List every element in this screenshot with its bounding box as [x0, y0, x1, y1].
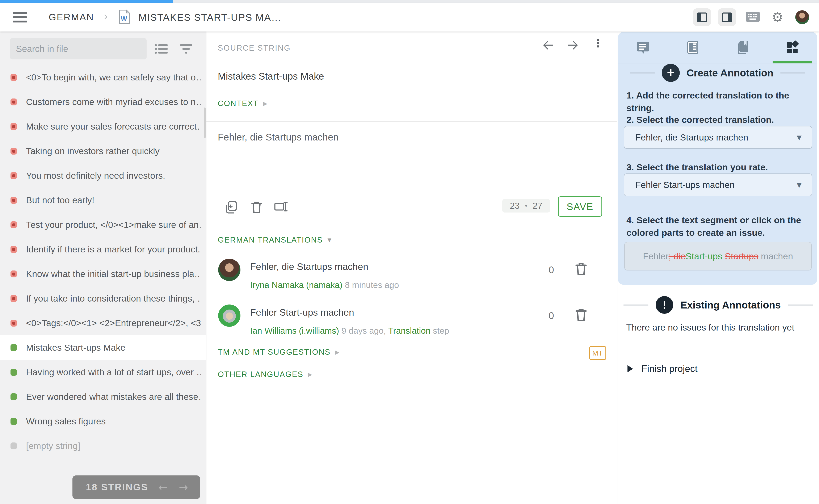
- diff-preview-box[interactable]: Fehler; dieStart-ups Startups machen: [624, 242, 812, 270]
- tab-annotations[interactable]: [767, 32, 817, 63]
- string-list-item[interactable]: Customers come with myriad excuses to n…: [0, 90, 206, 114]
- char-count-separator: •: [524, 202, 528, 210]
- tab-comments[interactable]: [618, 32, 668, 63]
- translation-time: 8 minutes ago: [343, 280, 399, 290]
- annotation-step-4-line1: 4. Select the text segment or click on t…: [626, 214, 811, 226]
- sidebar-scrollbar[interactable]: [204, 108, 206, 138]
- translator-name-link[interactable]: Ian Williams (i.williams): [250, 326, 339, 336]
- right-panel-icon: [722, 12, 732, 22]
- string-list-item[interactable]: Test your product, </0><1>make sure of a…: [0, 213, 206, 237]
- translation-rating: 0: [549, 310, 554, 321]
- delete-translation-button[interactable]: [575, 308, 587, 323]
- word-document-icon: W: [118, 9, 130, 25]
- create-annotation-title: Create Annotation: [686, 67, 773, 79]
- string-list-item[interactable]: Know what the initial start-up business …: [0, 262, 206, 286]
- menu-icon[interactable]: [13, 10, 27, 25]
- previous-string-button[interactable]: [542, 39, 555, 53]
- finish-project-toggle[interactable]: Finish project: [627, 363, 698, 374]
- clear-translation-icon[interactable]: [251, 201, 262, 215]
- context-section-toggle[interactable]: CONTEXT ▶: [218, 99, 267, 108]
- translation-time: 9 days ago,: [339, 326, 388, 336]
- diff-segment-removed[interactable]: Startups: [725, 251, 758, 261]
- string-list-item[interactable]: If you take into consideration these thi…: [0, 286, 206, 311]
- select-text-icon[interactable]: [274, 201, 288, 213]
- other-languages-section-toggle[interactable]: OTHER LANGUAGES ▶: [218, 370, 312, 379]
- prev-page-icon[interactable]: ←: [158, 482, 168, 493]
- string-list-item[interactable]: Mistakes Start-ups Make: [0, 335, 206, 360]
- delete-translation-button[interactable]: [575, 262, 587, 277]
- string-status-icon: [11, 221, 17, 228]
- corrected-translation-select[interactable]: Fehler, die Startups machen ▼: [624, 126, 812, 149]
- string-text: Ever wondered what mistakes are all thes…: [26, 392, 201, 402]
- string-list-item[interactable]: But not too early!: [0, 188, 206, 213]
- string-list-item[interactable]: Wrong sales figures: [0, 409, 206, 434]
- filter-icon[interactable]: [180, 43, 192, 55]
- rated-translation-value: Fehler Start-ups machen: [635, 180, 735, 190]
- string-status-icon: [11, 123, 17, 130]
- divider: [206, 222, 617, 222]
- breadcrumb-project[interactable]: GERMAN: [49, 12, 94, 23]
- string-text: Identify if there is a market for your p…: [26, 244, 200, 255]
- source-string-label: SOURCE STRING: [218, 44, 291, 53]
- string-status-icon: [11, 197, 17, 204]
- string-list-item[interactable]: Having worked with a lot of start ups, o…: [0, 360, 206, 385]
- exclamation-circle-icon: !: [656, 296, 673, 314]
- strings-pager: 18 STRINGS ← →: [72, 475, 200, 499]
- other-languages-header-label: OTHER LANGUAGES: [218, 370, 303, 379]
- source-text: Mistakes Start-ups Make: [218, 71, 324, 82]
- string-text: Mistakes Start-ups Make: [26, 343, 125, 353]
- more-options-icon[interactable]: ⋮: [592, 37, 603, 50]
- string-text: Customers come with myriad excuses to n…: [26, 97, 201, 107]
- workflow-step-link[interactable]: Translation: [388, 326, 431, 336]
- rated-translation-select[interactable]: Fehler Start-ups machen ▼: [624, 173, 812, 196]
- divider: [623, 305, 648, 306]
- string-list-item[interactable]: Taking on investors rather quickly: [0, 139, 206, 163]
- settings-gear-icon[interactable]: ⚙: [772, 11, 784, 24]
- collapsed-arrow-icon: [627, 365, 633, 372]
- svg-text:W: W: [121, 15, 127, 22]
- user-avatar[interactable]: [795, 10, 809, 24]
- active-tab-indicator: [773, 61, 812, 63]
- string-text: Having worked with a lot of start ups, o…: [26, 367, 201, 377]
- workspace: Search in file <0>To begin with, we can …: [0, 31, 819, 504]
- toggle-left-panel-button[interactable]: [693, 8, 711, 26]
- string-status-icon: [11, 172, 17, 179]
- string-list-item[interactable]: <0>Tags:</0><1> <2>Entrepreneur</2>, <3…: [0, 311, 206, 335]
- divider: [780, 72, 805, 73]
- tab-string-info[interactable]: [668, 32, 718, 63]
- search-input[interactable]: Search in file: [10, 38, 147, 59]
- copy-source-button[interactable]: [224, 201, 237, 215]
- translation-rating: 0: [549, 264, 554, 276]
- string-list-item[interactable]: Ever wondered what mistakes are all thes…: [0, 385, 206, 409]
- collapsed-arrow-icon: ▶: [335, 349, 339, 355]
- translation-entry-text: Fehler, die Startups machen: [250, 261, 368, 272]
- translation-entry: Fehler Start-ups machen Ian Williams (i.…: [206, 305, 617, 350]
- translator-name-link[interactable]: Iryna Namaka (namaka): [250, 280, 343, 290]
- topbar-actions: ⚙: [693, 8, 809, 26]
- diff-segment-removed[interactable]: ; die: [669, 251, 686, 261]
- string-list-item[interactable]: [empty string]: [0, 434, 206, 458]
- tab-glossary[interactable]: [718, 32, 767, 63]
- file-progress-track: [0, 0, 819, 3]
- string-list-item[interactable]: <0>To begin with, we can safely say that…: [0, 65, 206, 90]
- string-status-icon: [11, 344, 17, 351]
- string-list-item[interactable]: You most definitely need investors.: [0, 163, 206, 188]
- collapsed-arrow-icon: ▶: [308, 371, 312, 378]
- divider: [788, 305, 813, 306]
- list-view-icon[interactable]: [155, 43, 168, 55]
- string-list-item[interactable]: Identify if there is a market for your p…: [0, 237, 206, 262]
- keyboard-shortcuts-button[interactable]: [746, 12, 760, 23]
- next-string-button[interactable]: [566, 39, 579, 53]
- diff-segment-added[interactable]: Start-ups: [686, 251, 725, 261]
- tm-mt-section-toggle[interactable]: TM AND MT SUGGESTIONS ▶: [218, 348, 339, 357]
- annotation-step-1: 1. Add the corrected translation to the …: [626, 89, 811, 114]
- translations-section-toggle[interactable]: GERMAN TRANSLATIONS ▼: [218, 236, 331, 244]
- string-status-icon: [11, 442, 17, 449]
- annotations-icon: [785, 41, 799, 54]
- chevron-down-icon: ▼: [797, 134, 802, 141]
- next-page-icon[interactable]: →: [179, 482, 188, 493]
- string-list-item[interactable]: Make sure your sales forecasts are corre…: [0, 114, 206, 139]
- toggle-right-panel-button[interactable]: [718, 8, 736, 26]
- save-button[interactable]: SAVE: [558, 196, 602, 217]
- translation-editor-text[interactable]: Fehler, die Startups machen: [218, 131, 339, 143]
